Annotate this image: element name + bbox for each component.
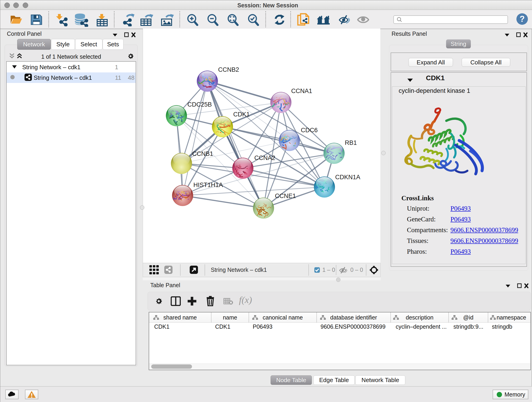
svg-text:?: ? (520, 14, 525, 24)
svg-text:CDC25B: CDC25B (187, 101, 212, 108)
svg-text:CCNA1: CCNA1 (291, 88, 312, 95)
svg-text:CCNB1: CCNB1 (192, 150, 213, 157)
svg-text:CDKN1A: CDKN1A (335, 174, 360, 181)
svg-text:HIST1H1A: HIST1H1A (193, 182, 223, 188)
svg-text:CDC6: CDC6 (301, 127, 318, 134)
svg-text:CDK1: CDK1 (233, 111, 250, 118)
svg-text:CCNE1: CCNE1 (275, 192, 296, 199)
svg-text:CCNB2: CCNB2 (218, 66, 239, 73)
svg-text:RB1: RB1 (345, 139, 357, 146)
svg-text:CCNA2: CCNA2 (254, 154, 275, 161)
